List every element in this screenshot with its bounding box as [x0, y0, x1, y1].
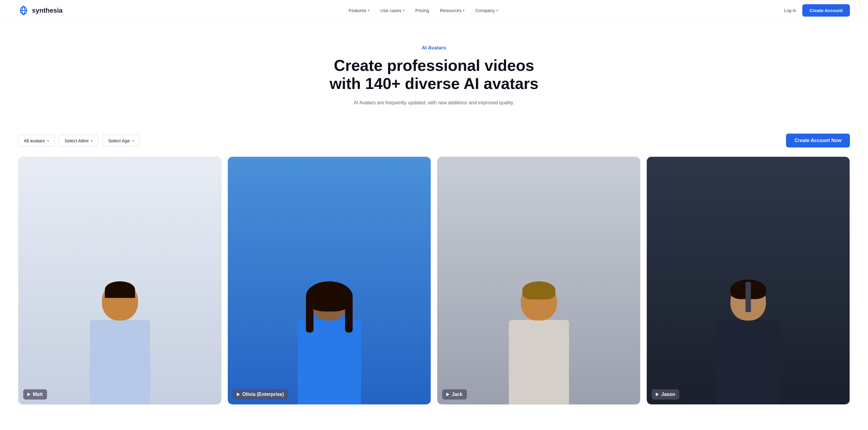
avatar-figure: [509, 283, 569, 404]
avatar-figure: [298, 284, 361, 404]
nav-links: Features ▾ Use cases ▾ Pricing Resources…: [349, 8, 498, 13]
hero-subtitle: AI Avatars are frequently updated, with …: [344, 99, 524, 107]
chevron-down-icon: ▾: [132, 139, 134, 142]
create-account-button[interactable]: Create Account: [802, 4, 850, 17]
nav-use-cases[interactable]: Use cases ▾: [380, 8, 404, 13]
avatar-image-jack: [437, 157, 640, 404]
nav-actions: Log in Create Account: [784, 4, 850, 17]
avatar-image-matt: [19, 157, 221, 404]
avatar-image-olivia: [228, 157, 431, 404]
chevron-down-icon: ▾: [368, 9, 370, 12]
avatar-body: [716, 320, 781, 404]
chevron-down-icon: ▾: [463, 9, 464, 12]
filter-controls: All avatars ▾ Select Attire ▾ Select Age…: [18, 135, 140, 147]
all-avatars-filter[interactable]: All avatars ▾: [18, 135, 55, 147]
hero-label: AI Avatars: [18, 45, 850, 51]
avatar-card-olivia[interactable]: Olivia (Enterprise): [227, 156, 431, 405]
hero-title: Create professional videos with 140+ div…: [329, 57, 539, 93]
chevron-down-icon: ▾: [403, 9, 404, 12]
chevron-down-icon: ▾: [496, 9, 498, 12]
avatar-body: [298, 320, 361, 404]
avatar-card-jack[interactable]: Jack: [437, 156, 641, 405]
avatars-grid: Matt Olivia (Enterprise): [0, 156, 868, 423]
avatar-figure: [90, 281, 150, 404]
login-button[interactable]: Log in: [784, 8, 796, 13]
avatar-figure: [716, 282, 781, 404]
play-icon: [446, 393, 450, 396]
nav-company[interactable]: Company ▾: [475, 8, 498, 13]
avatar-head: [102, 281, 138, 320]
hero-section: AI Avatars Create professional videos wi…: [0, 21, 868, 121]
play-icon: [237, 393, 240, 396]
avatar-label-matt: Matt: [23, 389, 47, 400]
hair-right: [345, 296, 352, 333]
avatar-card-matt[interactable]: Matt: [18, 156, 221, 405]
play-icon: [656, 393, 659, 396]
avatar-label-olivia: Olivia (Enterprise): [233, 389, 288, 400]
logo[interactable]: synthesia: [18, 5, 63, 16]
logo-icon: [18, 5, 29, 16]
create-account-now-button[interactable]: Create Account Now: [786, 134, 850, 147]
avatar-label-jason: Jason: [652, 389, 679, 400]
avatar-label-jack: Jack: [442, 389, 467, 400]
filter-bar: All avatars ▾ Select Attire ▾ Select Age…: [0, 121, 868, 156]
nav-resources[interactable]: Resources ▾: [440, 8, 465, 13]
avatar-card-jason[interactable]: Jason: [647, 156, 850, 405]
tie: [746, 282, 751, 312]
avatar-body: [509, 320, 569, 404]
nav-features[interactable]: Features ▾: [349, 8, 370, 13]
play-icon: [27, 393, 30, 396]
select-attire-filter[interactable]: Select Attire ▾: [59, 135, 98, 147]
avatar-head: [521, 283, 557, 320]
avatar-image-jason: [647, 157, 849, 404]
avatar-head: [312, 284, 347, 320]
navbar: synthesia Features ▾ Use cases ▾ Pricing…: [0, 0, 868, 21]
nav-pricing[interactable]: Pricing: [415, 8, 429, 13]
chevron-down-icon: ▾: [91, 139, 93, 142]
chevron-down-icon: ▾: [47, 139, 49, 142]
hair-left: [306, 296, 313, 333]
select-age-filter[interactable]: Select Age ▾: [102, 135, 140, 147]
logo-text: synthesia: [32, 7, 63, 15]
avatar-body: [90, 320, 150, 404]
